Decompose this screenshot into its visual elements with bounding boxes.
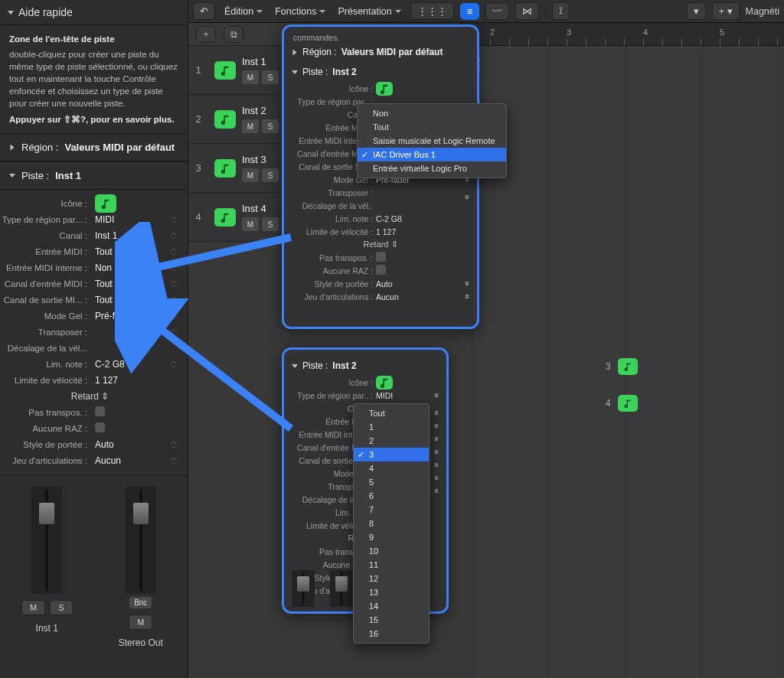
ov-no-reset[interactable]: Aucune RAZ : — [289, 264, 472, 277]
popup-item[interactable]: 11 — [354, 558, 429, 572]
ov-staff[interactable]: Style de portée :Auto — [289, 277, 472, 290]
popup-item[interactable]: 10 — [354, 544, 429, 558]
note-icon[interactable] — [376, 376, 393, 390]
mute-button[interactable]: M — [242, 168, 259, 182]
ov-vel-lim[interactable]: Limite de vélocité :1 127 — [289, 225, 472, 238]
ov2-region-type[interactable]: Type de région par.. :MIDI — [289, 389, 442, 402]
prop-no-transpose[interactable]: Pas transpos. : — [0, 405, 188, 421]
overlay-track-header[interactable]: Piste : Inst 2 — [289, 356, 442, 376]
popup-item[interactable]: 2 — [354, 434, 429, 448]
overlay-track-header[interactable]: Piste : Inst 2 — [289, 62, 472, 82]
note-icon[interactable] — [214, 61, 236, 80]
mini-fader[interactable] — [330, 570, 353, 607]
popup-item[interactable]: 15 — [354, 613, 429, 627]
popup-item[interactable]: 16 — [354, 627, 429, 641]
fader-knob[interactable] — [38, 502, 55, 525]
popup-item-virtual[interactable]: Entrée virtuelle Logic Pro — [358, 161, 506, 175]
region-badge[interactable]: 4 — [606, 395, 638, 412]
prop-staff-style[interactable]: Style de portée : Auto — [0, 437, 188, 453]
popup-item-iac[interactable]: IAC Driver Bus 1 — [358, 148, 506, 161]
prop-velocity-limit[interactable]: Limite de vélocité : 1 127 — [0, 373, 188, 389]
volume-fader[interactable] — [31, 487, 62, 594]
fader-knob[interactable] — [335, 576, 348, 592]
prop-freeze-mode[interactable]: Mode Gel : Pré-fader — [0, 308, 188, 324]
alt-tool[interactable]: + ▾ — [712, 2, 740, 20]
mute-button[interactable]: M — [21, 600, 45, 615]
popup-item[interactable]: 3 — [354, 448, 429, 461]
channel-strip-stereo-out[interactable]: Bnc M Stereo Out — [94, 481, 188, 651]
snap-label[interactable]: Magnéti — [746, 6, 779, 17]
solo-button[interactable]: S — [262, 217, 279, 231]
popup-item[interactable]: 12 — [354, 572, 429, 585]
ov-vel-offset[interactable]: Décalage de la vél.. — [289, 199, 472, 212]
solo-button[interactable]: S — [262, 119, 279, 133]
ov-note-lim[interactable]: Lim. note :C-2 G8 — [289, 212, 472, 225]
prop-midi-in[interactable]: Entrée MIDI : Tout — [0, 244, 188, 260]
mini-fader[interactable] — [292, 570, 315, 607]
track-section-header[interactable]: Piste : Inst 1 — [0, 161, 188, 190]
automation-button[interactable]: 〰 — [485, 3, 509, 20]
popup-item[interactable]: 9 — [354, 530, 429, 544]
prop-midi-channel-in[interactable]: Canal d'entrée MIDI : Tout — [0, 276, 188, 292]
prop-icon[interactable]: Icône : — [0, 196, 188, 212]
checkbox-icon[interactable] — [95, 406, 105, 416]
channel-strip-inst1[interactable]: M S Inst 1 — [0, 481, 94, 651]
checkbox-icon[interactable] — [376, 252, 386, 262]
menu-fonctions[interactable]: Fonctions — [272, 6, 328, 17]
popup-item-music-typing[interactable]: Saisie musicale et Logic Remote — [358, 134, 506, 148]
checkbox-icon[interactable] — [376, 265, 386, 275]
flex-button[interactable]: ⋈ — [515, 2, 539, 20]
bounce-button[interactable]: Bnc — [129, 597, 152, 608]
solo-button[interactable]: S — [262, 168, 279, 182]
fader-knob[interactable] — [297, 576, 309, 592]
mute-button[interactable]: M — [242, 217, 259, 231]
ov-transpose[interactable]: Transposer : — [289, 186, 472, 199]
overlay-region-header[interactable]: Région : Valeurs MIDI par défaut — [289, 42, 472, 62]
pointer-tool[interactable]: ▾ — [687, 2, 706, 20]
popup-item[interactable]: 5 — [354, 475, 429, 489]
solo-button[interactable]: S — [50, 600, 72, 615]
ov-delay[interactable]: Retard ⇕ — [289, 238, 472, 251]
popup-item[interactable]: 7 — [354, 503, 429, 517]
volume-fader[interactable] — [126, 487, 156, 594]
popup-item-none[interactable]: Non — [358, 106, 506, 120]
popup-item-all[interactable]: Tout — [358, 120, 506, 134]
prop-velocity-offset[interactable]: Décalage de la vél... — [0, 341, 188, 357]
popup-item[interactable]: 8 — [354, 517, 429, 530]
note-icon[interactable] — [376, 82, 393, 96]
popup-item[interactable]: 1 — [354, 420, 429, 434]
popup-item[interactable]: 13 — [354, 585, 429, 599]
popup-item[interactable]: Tout — [354, 406, 429, 420]
prop-channel[interactable]: Canal : Inst 1 — [0, 228, 188, 244]
ruler[interactable]: 23456789 — [459, 23, 784, 46]
menu-presentation[interactable]: Présentation — [335, 6, 403, 17]
view-list-button[interactable]: ≡ — [460, 3, 479, 20]
prop-midi-channel-out[interactable]: Canal de sortie MI... : Tout — [0, 292, 188, 308]
prop-region-type[interactable]: Type de région par... : MIDI — [0, 212, 188, 228]
popup-item[interactable]: 14 — [354, 599, 429, 613]
quick-help-header[interactable]: Aide rapide — [0, 0, 188, 25]
note-icon[interactable] — [95, 194, 116, 213]
popup-item[interactable]: 6 — [354, 489, 429, 503]
popup-item[interactable]: 4 — [354, 461, 429, 475]
mute-button[interactable]: M — [242, 119, 259, 133]
note-icon[interactable] — [214, 110, 236, 129]
duplicate-track-button[interactable]: ⧉ — [224, 26, 243, 43]
prop-delay[interactable]: Retard ⇕ — [0, 389, 188, 405]
midi-channel-popup[interactable]: Tout12345678910111213141516 — [353, 403, 430, 644]
prop-articulation-set[interactable]: Jeu d'articulations : Aucun — [0, 453, 188, 469]
solo-button[interactable]: S — [262, 70, 279, 84]
add-track-button[interactable]: ＋ — [196, 26, 216, 43]
ov-artic[interactable]: Jeu d'articulations :Aucun — [289, 290, 472, 303]
fader-knob[interactable] — [132, 502, 149, 525]
back-button[interactable]: ↶ — [193, 2, 215, 20]
note-icon[interactable] — [214, 159, 236, 178]
menu-edition[interactable]: Édition — [221, 6, 266, 17]
ov-no-transpose[interactable]: Pas transpos. : — [289, 251, 472, 264]
checkbox-icon[interactable] — [95, 422, 105, 432]
view-grid-button[interactable]: ⋮⋮⋮ — [410, 2, 454, 20]
midi-input-popup[interactable]: Non Tout Saisie musicale et Logic Remote… — [357, 103, 507, 178]
prop-note-limit[interactable]: Lim. note : C-2 G8 — [0, 357, 188, 373]
region-badge[interactable]: 3 — [606, 358, 638, 375]
mute-button[interactable]: M — [242, 70, 259, 84]
